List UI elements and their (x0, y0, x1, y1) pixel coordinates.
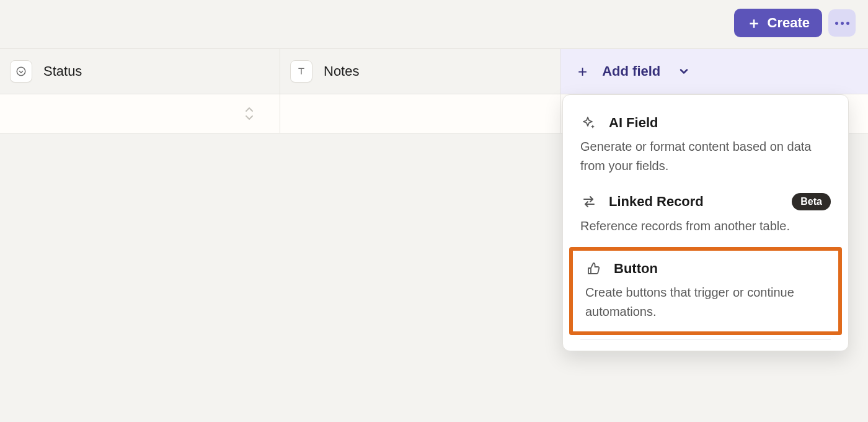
more-button[interactable] (828, 9, 856, 37)
create-button-label: Create (768, 15, 810, 31)
field-type-linked-record[interactable]: Linked Record Beta Reference records fro… (563, 184, 848, 245)
column-label: Status (43, 63, 82, 79)
field-type-title: Button (614, 261, 826, 277)
field-type-title: AI Field (609, 115, 831, 131)
field-type-desc: Generate or format content based on data… (580, 137, 831, 176)
text-field-icon (290, 60, 312, 83)
sparkle-icon (580, 115, 598, 130)
plus-icon: + (578, 62, 587, 81)
field-type-button[interactable]: Button Create buttons that trigger or co… (573, 251, 838, 331)
chevron-down-icon (678, 65, 690, 78)
create-button[interactable]: ＋ Create (734, 9, 822, 37)
column-label: Notes (324, 63, 359, 79)
highlighted-option: Button Create buttons that trigger or co… (569, 247, 842, 335)
add-field-label: Add field (602, 63, 660, 79)
stepper-icon[interactable] (244, 106, 255, 122)
column-header-notes[interactable]: Notes (280, 49, 560, 94)
plus-icon: ＋ (746, 16, 761, 30)
add-field-button[interactable]: + Add field (560, 49, 868, 94)
thumbs-up-icon (585, 261, 603, 276)
cell-notes[interactable] (280, 94, 560, 133)
beta-badge: Beta (792, 193, 831, 210)
field-type-ai-field[interactable]: AI Field Generate or format content base… (563, 106, 848, 184)
field-type-title: Linked Record (609, 194, 781, 210)
select-field-icon (10, 60, 32, 83)
cell-status[interactable] (0, 94, 280, 133)
svg-point-0 (17, 67, 25, 76)
table-header-row: Status Notes + Add field (0, 48, 868, 94)
more-icon (835, 22, 838, 25)
link-arrows-icon (580, 194, 598, 209)
field-type-desc: Create buttons that trigger or continue … (585, 283, 826, 321)
dropdown-divider (580, 339, 831, 339)
add-field-dropdown: AI Field Generate or format content base… (562, 94, 849, 351)
column-header-status[interactable]: Status (0, 49, 280, 94)
field-type-desc: Reference records from another table. (580, 217, 831, 236)
